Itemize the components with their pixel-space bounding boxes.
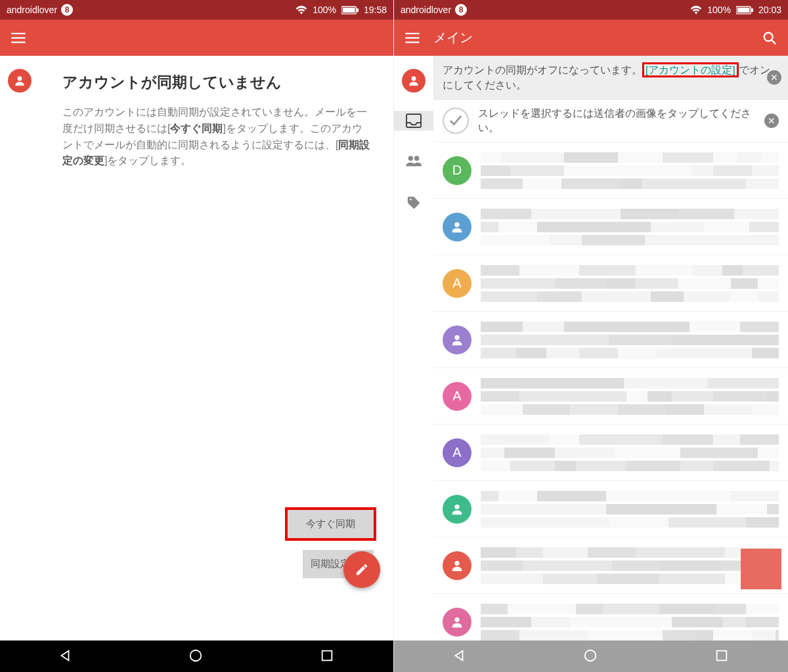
- mail-row[interactable]: A: [433, 425, 788, 481]
- sidebar-rail: [0, 56, 39, 640]
- svg-rect-2: [357, 8, 359, 12]
- sync-off-body: このアカウントには自動同期が設定されていません。メールを一度だけ同期させるには[…: [62, 104, 370, 169]
- mail-row[interactable]: [433, 199, 788, 255]
- status-time: 20:03: [758, 5, 781, 15]
- promotions-rail-icon[interactable]: [402, 191, 426, 215]
- svg-point-7: [190, 650, 202, 662]
- mail-preview-blurred: [481, 262, 779, 304]
- svg-rect-27: [717, 651, 727, 661]
- notification-badge: 8: [455, 4, 467, 16]
- svg-rect-13: [405, 37, 419, 38]
- sender-avatar[interactable]: [443, 608, 471, 637]
- status-bar: androidlover 8 100% 20:03: [394, 0, 788, 20]
- nav-back-icon[interactable]: [452, 648, 468, 664]
- sync-off-title: アカウントが同期していません: [62, 72, 370, 93]
- battery-icon: [341, 6, 359, 14]
- battery-level: 100%: [313, 5, 336, 15]
- battery-level: 100%: [707, 5, 731, 15]
- content-area: アカウントの同期がオフになっています。[アカウントの設定]でオンにしてください。…: [433, 56, 788, 640]
- mail-row[interactable]: D: [433, 142, 788, 199]
- mail-row[interactable]: [433, 594, 788, 640]
- right-pane: androidlover 8 100% 20:03 メイン: [394, 0, 788, 672]
- nav-home-icon[interactable]: [583, 648, 599, 664]
- action-bar: メイン: [394, 20, 788, 56]
- action-bar: [0, 20, 393, 56]
- svg-rect-4: [11, 37, 25, 38]
- social-rail-icon[interactable]: [402, 149, 426, 173]
- sender-avatar[interactable]: D: [443, 156, 471, 185]
- wifi-icon: [690, 5, 702, 14]
- mail-preview-blurred: [481, 375, 779, 417]
- banner-close-icon[interactable]: ✕: [767, 70, 781, 85]
- sync-off-banner: アカウントの同期がオフになっています。[アカウントの設定]でオンにしてください。…: [433, 56, 788, 100]
- actionbar-title: メイン: [433, 29, 749, 47]
- mail-list[interactable]: DAAA: [433, 142, 788, 640]
- mail-preview-blurred: [481, 149, 779, 192]
- svg-point-6: [18, 76, 22, 81]
- sync-now-button[interactable]: 今すぐ同期: [288, 510, 374, 538]
- svg-rect-5: [11, 41, 25, 43]
- svg-point-25: [454, 618, 459, 622]
- compose-fab[interactable]: [343, 551, 380, 588]
- svg-line-16: [772, 39, 776, 43]
- sender-avatar[interactable]: A: [443, 269, 471, 298]
- status-bar: androidlover 8 100% 19:58: [0, 0, 393, 20]
- content-area: アカウントが同期していません このアカウントには自動同期が設定されていません。メ…: [39, 56, 393, 640]
- svg-point-20: [414, 156, 419, 161]
- svg-point-17: [412, 76, 416, 81]
- mail-preview-blurred: [481, 431, 779, 474]
- nav-back-icon[interactable]: [58, 648, 74, 664]
- sender-avatar[interactable]: A: [443, 382, 471, 411]
- svg-point-22: [454, 335, 459, 340]
- svg-point-15: [764, 32, 773, 41]
- sender-avatar[interactable]: A: [443, 438, 471, 467]
- system-nav-bar: [394, 640, 788, 672]
- mail-preview-blurred: [481, 600, 779, 640]
- mail-preview-blurred: [481, 318, 779, 361]
- select-tip-text: スレッドを選択するには送信者の画像をタップしてください。: [478, 106, 755, 136]
- menu-icon[interactable]: [11, 30, 26, 46]
- svg-rect-12: [405, 33, 419, 34]
- svg-rect-8: [322, 651, 332, 661]
- mail-preview-blurred: [481, 205, 779, 248]
- account-avatar-icon[interactable]: [402, 69, 426, 93]
- sidebar-rail: [394, 56, 433, 640]
- svg-point-21: [454, 222, 459, 227]
- svg-rect-1: [343, 7, 355, 12]
- tip-close-icon[interactable]: ✕: [764, 114, 779, 128]
- svg-point-24: [454, 561, 459, 566]
- status-user: androidlover: [7, 5, 57, 15]
- sender-avatar[interactable]: [443, 326, 471, 354]
- account-settings-link[interactable]: [アカウントの設定]: [642, 62, 739, 77]
- nav-home-icon[interactable]: [188, 648, 204, 664]
- svg-point-26: [585, 650, 596, 662]
- mail-row[interactable]: A: [433, 255, 788, 312]
- svg-point-19: [408, 156, 413, 161]
- inbox-rail-icon[interactable]: [406, 114, 422, 128]
- status-time: 19:58: [364, 5, 387, 15]
- svg-rect-3: [11, 33, 25, 34]
- svg-rect-14: [405, 41, 419, 43]
- compose-fab-partial[interactable]: [741, 549, 781, 589]
- nav-recent-icon[interactable]: [320, 648, 336, 664]
- mail-row[interactable]: A: [433, 368, 788, 425]
- mail-preview-blurred: [481, 544, 779, 587]
- search-icon[interactable]: [762, 30, 777, 46]
- svg-point-23: [454, 505, 459, 509]
- battery-icon: [736, 6, 753, 14]
- status-user: androidlover: [401, 5, 451, 15]
- sender-avatar[interactable]: [443, 495, 471, 524]
- select-tip-row: スレッドを選択するには送信者の画像をタップしてください。 ✕: [433, 100, 788, 143]
- mail-row[interactable]: [433, 537, 788, 594]
- nav-recent-icon[interactable]: [714, 648, 730, 664]
- sender-avatar[interactable]: [443, 213, 471, 242]
- mail-row[interactable]: [433, 481, 788, 537]
- mail-row[interactable]: [433, 312, 788, 368]
- sender-avatar[interactable]: [443, 551, 471, 580]
- wifi-icon: [296, 5, 307, 14]
- notification-badge: 8: [61, 4, 73, 16]
- mail-preview-blurred: [481, 488, 779, 530]
- system-nav-bar: [0, 640, 393, 672]
- account-avatar-icon[interactable]: [8, 69, 32, 93]
- menu-icon[interactable]: [405, 30, 420, 46]
